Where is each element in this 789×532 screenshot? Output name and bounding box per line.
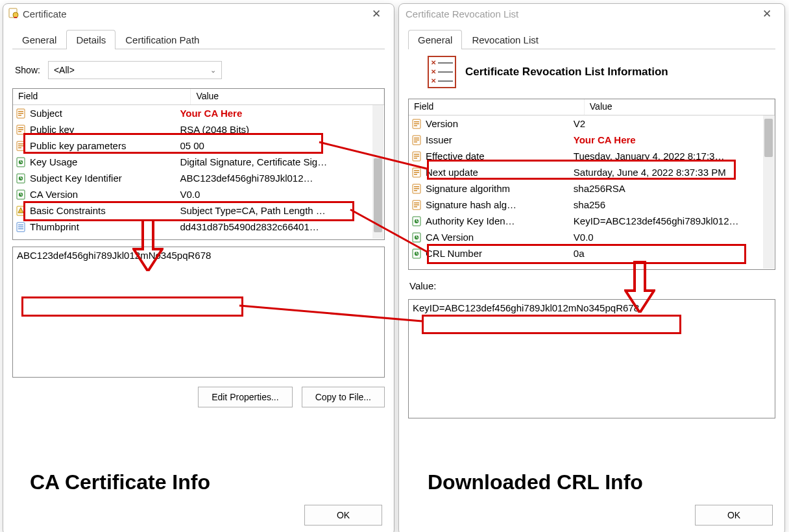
ok-button[interactable]: OK xyxy=(695,505,773,526)
row-field: Signature algorithm xyxy=(426,183,574,194)
tab-strip: GeneralRevocation List xyxy=(408,30,775,49)
certificate-dialog: Certificate ✕ GeneralDetailsCertificatio… xyxy=(3,3,394,532)
thumb-icon xyxy=(14,221,27,234)
close-icon[interactable]: ✕ xyxy=(364,7,389,21)
arrow-down-icon xyxy=(132,219,164,271)
doc-icon xyxy=(14,107,27,120)
row-value: Digital Signature, Certificate Sig… xyxy=(180,156,384,167)
crl-heading: Certificate Revocation List Information xyxy=(465,66,668,79)
list-row[interactable]: VersionV2 xyxy=(409,115,775,132)
doc-icon xyxy=(14,123,27,136)
ext-icon xyxy=(14,172,27,185)
row-value: Your CA Here xyxy=(574,134,775,145)
titlebar[interactable]: Certificate ✕ xyxy=(3,4,394,23)
row-value: Tuesday, January 4, 2022 8:17:3… xyxy=(574,151,775,162)
row-value: sha256 xyxy=(574,199,775,210)
scrollbar[interactable] xyxy=(763,115,774,269)
crl-icon: ✕ ✕ ✕ xyxy=(428,56,456,88)
row-value: RSA (2048 Bits) xyxy=(180,124,384,135)
list-row[interactable]: Effective dateTuesday, January 4, 2022 8… xyxy=(409,148,775,164)
row-field: Effective date xyxy=(426,151,574,162)
col-header-value[interactable]: Value xyxy=(585,99,775,115)
arrow-down-icon xyxy=(624,261,655,313)
detail-value-text: KeyID=ABC123def456ghi789Jkl012mNo345pqR6… xyxy=(413,302,639,313)
field-listbox[interactable]: Field Value SubjectYour CA HerePublic ke… xyxy=(12,88,385,240)
crl-dialog: Certificate Revocation List ✕ GeneralRev… xyxy=(398,3,785,532)
row-value: V0.0 xyxy=(180,189,384,200)
copy-to-file-button[interactable]: Copy to File... xyxy=(302,387,385,407)
row-value: dd431d87b5490d2832c66401… xyxy=(180,221,384,232)
list-row[interactable]: Signature hash alg…sha256 xyxy=(409,197,775,213)
row-field: CA Version xyxy=(426,232,574,243)
list-row[interactable]: CRL Number0a xyxy=(409,245,775,261)
row-field: CRL Number xyxy=(426,248,574,259)
list-row[interactable]: Public keyRSA (2048 Bits) xyxy=(13,121,384,138)
list-row[interactable]: Subject Key IdentifierABC123def456ghi789… xyxy=(13,170,384,186)
doc-icon xyxy=(410,182,423,195)
row-field: Key Usage xyxy=(30,156,180,167)
doc-icon xyxy=(410,199,423,212)
doc-icon xyxy=(410,134,423,147)
col-header-value[interactable]: Value xyxy=(191,89,384,104)
tab-certification-path[interactable]: Certification Path xyxy=(115,30,209,49)
row-field: Public key parameters xyxy=(30,140,180,151)
detail-value-text: ABC123def456ghi789Jkl012mNo345pqR678 xyxy=(17,250,211,261)
row-field: Issuer xyxy=(426,134,574,145)
list-row[interactable]: Thumbprintdd431d87b5490d2832c66401… xyxy=(13,219,384,235)
row-value: Your CA Here xyxy=(180,108,384,119)
window-title: Certificate Revocation List xyxy=(404,8,755,19)
show-label: Show: xyxy=(15,65,40,75)
detail-value-pane[interactable]: ABC123def456ghi789Jkl012mNo345pqR678 xyxy=(12,247,385,378)
value-label: Value: xyxy=(409,280,775,291)
list-row[interactable]: CA VersionV0.0 xyxy=(13,186,384,202)
row-value: Saturday, June 4, 2022 8:37:33 PM xyxy=(574,167,775,178)
tab-revocation-list[interactable]: Revocation List xyxy=(462,30,548,49)
list-row[interactable]: IssuerYour CA Here xyxy=(409,132,775,148)
list-row[interactable]: Authority Key Iden…KeyID=ABC123def456ghi… xyxy=(409,213,775,229)
list-row[interactable]: Signature algorithmsha256RSA xyxy=(409,180,775,197)
row-field: CA Version xyxy=(30,189,180,200)
list-row[interactable]: SubjectYour CA Here xyxy=(13,105,384,121)
tab-strip: GeneralDetailsCertification Path xyxy=(12,30,385,49)
doc-icon xyxy=(410,166,423,179)
row-field: Subject xyxy=(30,108,180,119)
row-field: Next update xyxy=(426,167,574,178)
warn-icon xyxy=(14,204,27,217)
doc-icon xyxy=(14,139,27,152)
list-row[interactable]: CA VersionV0.0 xyxy=(409,229,775,245)
row-value: sha256RSA xyxy=(574,183,775,194)
row-field: Subject Key Identifier xyxy=(30,173,180,184)
list-row[interactable]: Basic ConstraintsSubject Type=CA, Path L… xyxy=(13,202,384,219)
row-value: V2 xyxy=(574,118,775,129)
list-row[interactable]: Public key parameters05 00 xyxy=(13,138,384,154)
close-icon[interactable]: ✕ xyxy=(755,7,779,21)
row-field: Authority Key Iden… xyxy=(426,215,574,226)
row-value: KeyID=ABC123def456ghi789Jkl012… xyxy=(574,215,775,226)
chevron-down-icon: ⌄ xyxy=(210,66,216,75)
list-row[interactable]: Next updateSaturday, June 4, 2022 8:37:3… xyxy=(409,164,775,180)
edit-properties-button[interactable]: Edit Properties... xyxy=(198,387,293,407)
col-header-field[interactable]: Field xyxy=(13,89,191,104)
annotation-caption-right: Downloaded CRL Info xyxy=(428,470,643,494)
tab-details[interactable]: Details xyxy=(66,30,115,49)
doc-icon xyxy=(410,117,423,130)
row-field: Version xyxy=(426,118,574,129)
row-value: 05 00 xyxy=(180,140,384,151)
ext-icon xyxy=(410,247,423,260)
detail-value-pane[interactable]: KeyID=ABC123def456ghi789Jkl012mNo345pqR6… xyxy=(408,299,775,418)
titlebar[interactable]: Certificate Revocation List ✕ xyxy=(399,4,784,23)
doc-icon xyxy=(410,150,423,163)
list-row[interactable]: Key UsageDigital Signature, Certificate … xyxy=(13,154,384,170)
show-filter-dropdown[interactable]: <All> ⌄ xyxy=(48,61,222,79)
certificate-icon xyxy=(8,8,19,20)
ok-button[interactable]: OK xyxy=(304,505,382,526)
scrollbar[interactable] xyxy=(372,105,383,239)
ext-icon xyxy=(410,215,423,228)
col-header-field[interactable]: Field xyxy=(409,99,585,115)
tab-general[interactable]: General xyxy=(12,30,66,49)
ext-icon xyxy=(14,156,27,169)
row-value: 0a xyxy=(574,248,775,259)
tab-general[interactable]: General xyxy=(408,30,462,49)
show-filter-value: <All> xyxy=(54,65,75,75)
field-listbox[interactable]: Field Value VersionV2IssuerYour CA HereE… xyxy=(408,99,775,270)
